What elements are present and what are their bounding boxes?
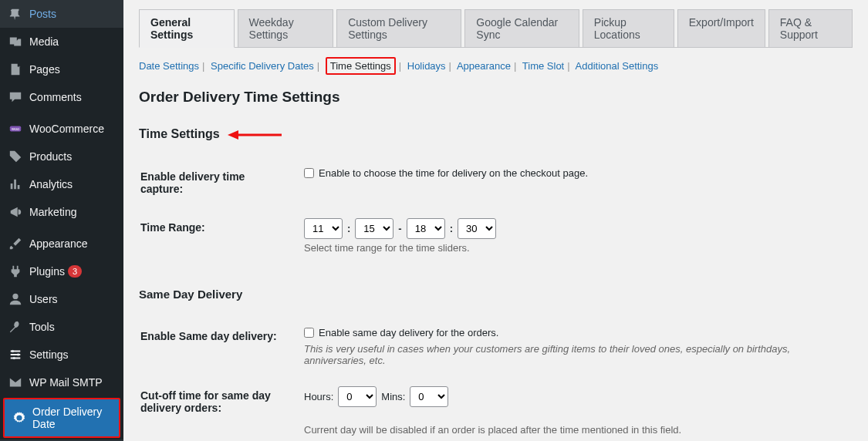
sidebar-item-tools[interactable]: Tools: [0, 313, 123, 341]
subtab-date-settings[interactable]: Date Settings: [139, 60, 199, 72]
cutoff-hours-text: Hours:: [304, 391, 333, 402]
enable-time-checkbox-text: Enable to choose the time for delivery o…: [319, 167, 588, 179]
sidebar-item-label: Order Delivery Date: [32, 406, 111, 430]
time-range-to-hour[interactable]: 18: [407, 218, 445, 239]
page-title: Order Delivery Time Settings: [139, 89, 853, 106]
time-range-label: Time Range:: [140, 209, 295, 263]
sidebar-item-label: Comments: [29, 91, 82, 103]
main-tabs: General Settings Weekday Settings Custom…: [139, 9, 853, 48]
subtab-additional-settings[interactable]: Additional Settings: [576, 60, 659, 72]
sidebar-item-label: WooCommerce: [29, 123, 104, 135]
sidebar-item-label: Posts: [29, 8, 56, 20]
cutoff-hours-select[interactable]: 0: [338, 386, 377, 407]
same-day-label: Enable Same day delivery:: [140, 318, 295, 375]
section-same-day-delivery: Same Day Delivery: [139, 288, 853, 301]
sidebar-item-pages[interactable]: Pages: [0, 56, 123, 83]
cutoff-mins-text: Mins:: [381, 391, 405, 402]
subtab-time-settings[interactable]: Time Settings: [330, 60, 391, 72]
enable-time-checkbox[interactable]: [304, 168, 314, 178]
svg-point-2: [12, 294, 18, 299]
time-range-description: Select time range for the time sliders.: [304, 242, 843, 254]
cutoff-label: Cut-off time for same day delivery order…: [140, 377, 295, 441]
user-icon: [8, 291, 23, 307]
sidebar-item-products[interactable]: Products: [0, 143, 123, 170]
sidebar-item-order-delivery-date[interactable]: Order Delivery Date: [5, 399, 119, 436]
comment-icon: [8, 89, 23, 105]
time-range-to-min[interactable]: 30: [458, 218, 496, 239]
gear-icon: [12, 410, 26, 426]
pointer-arrow-icon: [228, 129, 282, 141]
sidebar-item-label: Settings: [29, 348, 69, 361]
tab-custom-delivery-settings[interactable]: Custom Delivery Settings: [336, 9, 461, 47]
cutoff-note-1: Current day will be disabled if an order…: [304, 424, 843, 436]
sidebar-item-appearance[interactable]: Appearance: [0, 230, 123, 258]
sidebar-item-label: Media: [29, 35, 59, 48]
analytics-icon: [8, 177, 23, 192]
tab-weekday-settings[interactable]: Weekday Settings: [238, 9, 334, 47]
sidebar-item-marketing[interactable]: Marketing: [0, 198, 123, 226]
sidebar-item-wpmailsmtp[interactable]: WP Mail SMTP: [0, 369, 123, 396]
sidebar-item-label: Appearance: [29, 237, 88, 250]
tab-faq-support[interactable]: FAQ & Support: [768, 9, 853, 47]
tab-google-calendar-sync[interactable]: Google Calendar Sync: [464, 9, 579, 47]
sidebar-item-comments[interactable]: Comments: [0, 83, 123, 111]
plugin-update-badge: 3: [68, 265, 82, 278]
sidebar-item-settings[interactable]: Settings: [0, 341, 123, 369]
same-day-checkbox[interactable]: [304, 328, 314, 338]
brush-icon: [8, 236, 23, 251]
tab-pickup-locations[interactable]: Pickup Locations: [583, 9, 674, 47]
megaphone-icon: [8, 204, 23, 220]
time-range-from-min[interactable]: 15: [355, 218, 393, 239]
sidebar-item-label: WP Mail SMTP: [29, 376, 103, 389]
svg-point-3: [12, 350, 15, 353]
tab-export-import[interactable]: Export/Import: [677, 9, 765, 47]
wrench-icon: [8, 319, 23, 335]
tab-general-settings[interactable]: General Settings: [139, 9, 235, 48]
svg-text:woo: woo: [11, 126, 19, 131]
subtab-appearance[interactable]: Appearance: [457, 60, 511, 72]
sidebar-item-analytics[interactable]: Analytics: [0, 170, 123, 198]
products-icon: [8, 149, 23, 164]
enable-time-label: Enable delivery time capture:: [140, 158, 295, 207]
page-icon: [8, 62, 23, 77]
subtab-specific-delivery-dates[interactable]: Specific Delivery Dates: [211, 60, 314, 72]
sidebar-item-media[interactable]: Media: [0, 28, 123, 56]
section-time-settings: Time Settings: [139, 127, 220, 141]
same-day-description: This is very useful in cases when your c…: [304, 343, 843, 366]
media-icon: [8, 34, 23, 49]
sidebar-item-plugins[interactable]: Plugins 3: [0, 258, 123, 285]
sidebar-item-label: Analytics: [29, 178, 73, 190]
sidebar-item-posts[interactable]: Posts: [0, 0, 123, 28]
sidebar-item-woocommerce[interactable]: woo WooCommerce: [0, 115, 123, 143]
time-range-from-hour[interactable]: 11: [304, 218, 343, 239]
plugin-icon: [8, 264, 23, 279]
sidebar-item-users[interactable]: Users: [0, 285, 123, 313]
sliders-icon: [8, 347, 23, 362]
sub-tabs: Date Settings| Specific Delivery Dates| …: [139, 48, 853, 82]
sidebar-item-label: Products: [29, 150, 72, 163]
svg-marker-7: [228, 130, 238, 140]
svg-point-4: [17, 353, 20, 356]
same-day-checkbox-label[interactable]: Enable same day delivery for the orders.: [304, 327, 498, 338]
enable-time-checkbox-label[interactable]: Enable to choose the time for delivery o…: [304, 167, 588, 179]
same-day-checkbox-text: Enable same day delivery for the orders.: [319, 327, 498, 338]
mail-icon: [8, 375, 23, 390]
sidebar-item-label: Tools: [29, 321, 55, 333]
main-content: General Settings Weekday Settings Custom…: [123, 0, 868, 441]
sidebar-item-label: Marketing: [29, 206, 76, 218]
pin-icon: [8, 6, 23, 22]
cutoff-mins-select[interactable]: 0: [410, 386, 448, 407]
admin-sidebar: Posts Media Pages Comments woo WooCommer…: [0, 0, 123, 441]
subtab-holidays[interactable]: Holidays: [407, 60, 446, 72]
svg-point-5: [12, 357, 15, 360]
sidebar-item-label: Users: [29, 293, 58, 305]
subtab-time-slot[interactable]: Time Slot: [522, 60, 564, 72]
woocommerce-icon: woo: [8, 121, 23, 136]
sidebar-item-label: Pages: [29, 63, 60, 76]
section-heading-text: Time Settings: [139, 127, 220, 140]
sidebar-item-label: Plugins: [29, 265, 65, 278]
